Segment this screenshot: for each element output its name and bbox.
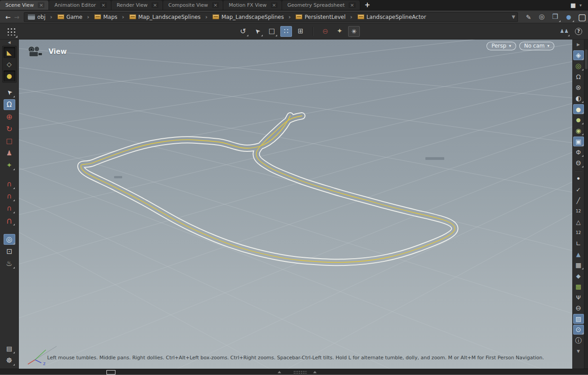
pane-tab[interactable]: Geometry Spreadsheet ×: [282, 0, 360, 10]
show-objects-icon[interactable]: ◣: [4, 47, 15, 58]
pane-tab[interactable]: Render View ×: [111, 0, 163, 10]
snap-options-icon[interactable]: ∩: [4, 215, 15, 226]
scrollbar-handle[interactable]: [585, 49, 588, 69]
pane-maximize-icon[interactable]: ■: [570, 2, 576, 8]
breadcrumb-item[interactable]: › Maps: [83, 13, 118, 20]
headlight-icon[interactable]: ◐: [573, 93, 584, 103]
material-shading-icon[interactable]: ◎: [573, 61, 584, 71]
pane-tab[interactable]: Composite View ×: [163, 0, 224, 10]
flipbook-icon[interactable]: ☸: [4, 355, 15, 366]
scroll-down-icon[interactable]: ▼: [573, 346, 584, 356]
point-numbers-icon[interactable]: 12: [573, 206, 584, 216]
prim-normals-icon[interactable]: △: [573, 217, 584, 227]
info-icon[interactable]: ⓘ: [573, 335, 584, 345]
view-dependent-icon[interactable]: Φ: [573, 147, 584, 157]
scene-canvas[interactable]: [19, 40, 572, 369]
shading-lock-icon[interactable]: Ω: [573, 72, 584, 82]
zoom-select-icon[interactable]: ⊞: [295, 26, 306, 37]
isolate-objects-icon[interactable]: Θ: [573, 158, 584, 168]
playbar-range-handle-left[interactable]: [278, 371, 281, 373]
display-settings-icon[interactable]: ✳: [348, 26, 360, 37]
character-display-icon[interactable]: ⊖: [573, 303, 584, 313]
rotate-tool-icon[interactable]: ↻: [4, 124, 15, 134]
hq-lighting-icon[interactable]: ●: [573, 115, 584, 125]
interrupt-icon[interactable]: ⊖: [319, 26, 331, 37]
snap-points-icon[interactable]: ∩: [4, 203, 15, 214]
scroll-right-icon[interactable]: ▶: [573, 40, 584, 49]
layout-users-icon[interactable]: ♟♟: [558, 26, 570, 37]
point-normals-icon[interactable]: ✓: [573, 185, 584, 194]
display-mode-icon[interactable]: ◈: [573, 50, 584, 60]
viewport-3d[interactable]: View Persp ▾ No cam ▾ Left mouse tumbles…: [19, 40, 572, 369]
pin-icon[interactable]: ✐: [522, 12, 534, 22]
normal-lighting-icon[interactable]: ●: [573, 104, 584, 114]
smooth-shade-icon[interactable]: ◆: [573, 271, 584, 281]
snapshot-icon[interactable]: ✦: [334, 26, 345, 37]
show-hidden-objects-icon[interactable]: ◇: [4, 59, 15, 70]
show-templates-icon[interactable]: ●: [4, 71, 15, 81]
pane-tab[interactable]: Motion FX View ×: [223, 0, 282, 10]
show-points-icon[interactable]: •: [573, 174, 584, 184]
stow-left-icon[interactable]: ◀: [0, 40, 18, 46]
visualizers-icon[interactable]: ▩: [573, 282, 584, 291]
breadcrumb-item[interactable]: › Game: [46, 13, 83, 20]
tab-close-icon[interactable]: ×: [38, 2, 44, 8]
translate-tool-icon[interactable]: ⊕: [4, 111, 15, 122]
radial-menu-icon[interactable]: ◎: [536, 12, 548, 22]
camera-pivot-icon[interactable]: ⊙: [573, 325, 584, 335]
path-dropdown-icon[interactable]: ▼: [512, 14, 515, 19]
shaded-mode-icon[interactable]: ▲: [573, 249, 584, 259]
tab-close-icon[interactable]: ×: [100, 2, 107, 8]
perspective-selector[interactable]: Persp ▾: [486, 42, 516, 50]
prim-numbers-icon[interactable]: 12: [573, 228, 584, 238]
point-trails-icon[interactable]: ╱: [573, 195, 584, 205]
tab-close-icon[interactable]: ×: [271, 2, 278, 8]
pose-tool-icon[interactable]: ♟: [4, 148, 15, 159]
pane-tab[interactable]: Scene View ×: [0, 0, 49, 10]
snap-grid-icon[interactable]: ∩: [4, 179, 15, 190]
nav-back-button[interactable]: ←: [4, 13, 13, 21]
secure-selection-icon[interactable]: Ω: [4, 99, 15, 110]
handles-tool-icon[interactable]: ✦: [4, 160, 15, 171]
no-lighting-icon[interactable]: ⊗: [573, 83, 584, 93]
new-tab-button[interactable]: +: [360, 0, 375, 10]
render-region-icon[interactable]: ⊡: [4, 246, 15, 257]
breadcrumb-root[interactable]: obj: [27, 14, 46, 20]
background-image-icon[interactable]: ▨: [573, 314, 584, 324]
gnomon-icon[interactable]: Ψ: [573, 292, 584, 302]
operation-controls-icon[interactable]: [5, 26, 17, 37]
shading-sphere-icon[interactable]: ●: [563, 12, 575, 22]
box-select-icon[interactable]: □: [266, 26, 278, 37]
tab-close-icon[interactable]: ×: [212, 2, 219, 8]
playbar-drag-handle[interactable]: [293, 371, 307, 374]
profile-curves-icon[interactable]: ∟: [573, 238, 584, 248]
display-options-icon[interactable]: ▢: [576, 12, 588, 22]
render-view-icon[interactable]: ♨: [4, 258, 15, 269]
select-objects-icon[interactable]: ∷: [280, 26, 292, 37]
geometry-cube-icon[interactable]: ❒: [549, 12, 561, 22]
effects-icon[interactable]: ▣: [573, 137, 584, 146]
breadcrumb-item[interactable]: › Map_LandscapeSplines: [202, 13, 285, 20]
breadcrumb[interactable]: obj › Game › Maps › Map_LandscapeSplines…: [24, 12, 518, 22]
render-icon[interactable]: ▤: [4, 343, 15, 354]
breadcrumb-item[interactable]: › Map_LandscapeSplines: [118, 13, 201, 20]
scale-tool-icon[interactable]: □: [4, 136, 15, 146]
select-arrow-icon[interactable]: ➤: [4, 87, 15, 98]
snap-prims-icon[interactable]: ∩: [4, 191, 15, 202]
tab-close-icon[interactable]: ×: [151, 2, 158, 8]
tab-close-icon[interactable]: ×: [349, 2, 355, 8]
nav-forward-button[interactable]: →: [13, 13, 22, 21]
pane-menu-arrow-icon[interactable]: ▾: [579, 3, 582, 8]
playbar-range-handle-right[interactable]: [313, 371, 317, 373]
breadcrumb-item[interactable]: › PersistentLevel: [285, 13, 346, 20]
texture-display-icon[interactable]: ▦: [573, 260, 584, 270]
help-icon[interactable]: ?: [573, 26, 584, 37]
spline-center-line[interactable]: [81, 116, 455, 262]
right-scrollbar[interactable]: [584, 40, 588, 369]
view-camera-icon[interactable]: ◎: [4, 234, 15, 245]
select-tool-icon[interactable]: ➤: [252, 26, 263, 37]
current-frame-marker[interactable]: [106, 370, 115, 375]
view-tool-icon[interactable]: ↺: [237, 26, 249, 37]
breadcrumb-item[interactable]: › LandscapeSplineActor: [346, 13, 427, 20]
hq-shadows-icon[interactable]: ◉: [573, 126, 584, 136]
